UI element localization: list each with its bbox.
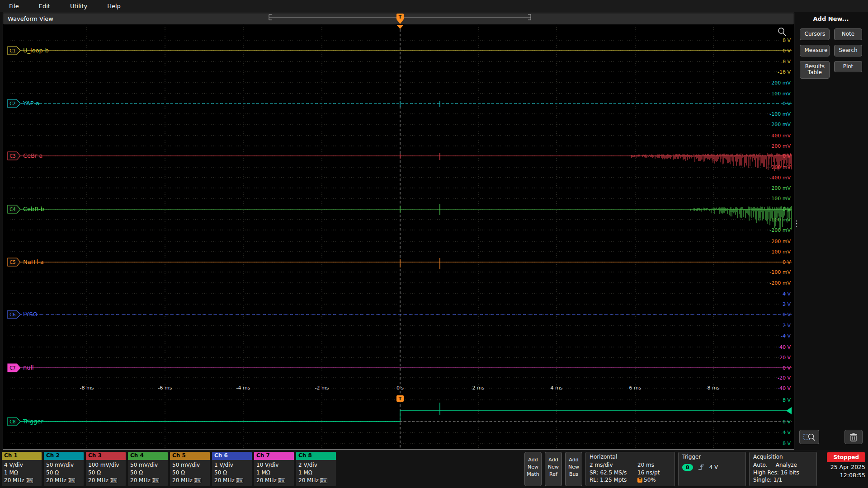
trigger-title: Trigger [682,454,742,460]
channel-label: Ch 2 [44,452,84,460]
horizontal-window: 20 ms [637,461,671,469]
channel-scale: 50 mV/div [172,461,210,469]
scale-label: 2 V [783,301,791,307]
trigger-overview-flag[interactable]: T [396,14,404,24]
bandwidth-limit-badge: Bw [152,478,159,483]
stopped-button[interactable]: Stopped [827,452,865,462]
add-new-math-button[interactable]: Add New Math [524,452,542,486]
scale-label: -40 V [778,385,791,391]
scale-label: -400 mV [769,175,791,181]
channel-impedance: 50 Ω [88,469,126,477]
settings-bar: Ch 1 4 V/div 1 MΩ 20 MHzBw Ch 2 50 mV/di… [0,450,868,488]
scale-label: 200 mV [771,185,791,191]
channel-impedance: 50 Ω [46,469,84,477]
add-new-button-grid: Cursors Note Measure Search Results Tabl… [797,28,865,79]
channel-label: Ch 3 [86,452,126,460]
scale-label: 100 mV [771,91,791,97]
channel-impedance: 50 Ω [130,469,168,477]
bandwidth-limit-badge: Bw [68,478,75,483]
run-status-block: Stopped 25 Apr 2025 12:08:55 [820,452,865,479]
svg-text:T: T [399,14,402,19]
scale-label: -200 mV [769,122,791,127]
channel-label: Ch 8 [296,452,336,460]
search-button[interactable]: Search [834,45,862,56]
date-label: 25 Apr 2025 [830,464,865,470]
scale-label: 100 mV [771,196,791,202]
waveform-view-panel: Waveform View T 8 V0 V-8 V-16 V200 mV100… [3,13,794,450]
scale-label: 8 V [783,38,791,43]
channel-config-ch7[interactable]: Ch 7 10 V/div 1 MΩ 20 MHzBw [254,452,294,486]
scale-label: 4 V [783,291,791,297]
rising-edge-icon [698,464,705,471]
channel-bandwidth: 20 MHz [4,477,24,483]
channel-config-ch2[interactable]: Ch 2 50 mV/div 50 Ω 20 MHzBw [44,452,84,486]
time-axis-label: 2 ms [472,385,485,391]
time-axis-label: -2 ms [315,385,329,391]
horizontal-scale: 2 ms/div [590,461,637,469]
scale-label: 20 V [779,355,791,361]
note-button[interactable]: Note [834,28,862,40]
svg-text:C2: C2 [9,101,15,106]
channel-label: Ch 6 [212,452,252,460]
channel-name-c2: YAP-a [23,100,39,107]
channel-impedance: 50 Ω [214,469,252,477]
acquisition-analyze: Analyze [776,461,797,469]
scale-label: 200 mV [771,239,791,244]
menu-utility[interactable]: Utility [70,3,87,9]
horizontal-title: Horizontal [590,454,671,460]
channel-label: Ch 4 [128,452,168,460]
waveform-plot[interactable]: 8 V0 V-8 V-16 V200 mV100 mV0 V-100 mV-20… [3,25,794,449]
menu-bar: File Edit Utility Help [0,0,868,12]
channel-impedance: 1 MΩ [256,469,294,477]
time-axis-label: 0 s [396,385,404,391]
channel-config-ch4[interactable]: Ch 4 50 mV/div 50 Ω 20 MHzBw [128,452,168,486]
measure-button[interactable]: Measure [800,45,830,56]
results-table-button[interactable]: Results Table [800,61,830,79]
cursors-button[interactable]: Cursors [800,28,830,40]
acquisition-cluster: Add New Math Add New Ref Add New Bus Hor… [524,452,865,486]
channel-scale: 50 mV/div [130,461,168,469]
waveform-view-header: Waveform View T [3,13,794,25]
channel-config-ch8[interactable]: Ch 8 2 V/div 1 MΩ 20 MHzBw [296,452,336,486]
svg-text:C6: C6 [9,312,15,317]
bandwidth-limit-badge: Bw [26,478,33,483]
bandwidth-limit-badge: Bw [110,478,117,483]
scale-label: 400 mV [771,133,791,139]
plot-button[interactable]: Plot [834,61,862,73]
trash-icon [849,432,858,441]
channel-bandwidth: 20 MHz [172,477,193,483]
panel-resize-grip[interactable]: ⋮ [793,220,796,228]
horizontal-panel[interactable]: Horizontal 2 ms/div 20 ms SR: 62.5 MS/s … [585,452,675,486]
scale-label: -100 mV [769,111,791,117]
record-overview-bar[interactable]: T [3,13,794,25]
acquisition-panel[interactable]: Acquisition Auto, Analyze High Res: 16 b… [749,452,817,486]
menu-help[interactable]: Help [107,3,121,9]
add-new-sidebar: Add New... Cursors Note Measure Search R… [797,13,865,450]
scale-label: -2 V [781,323,791,328]
menu-file[interactable]: File [9,3,19,9]
channel-scale: 2 V/div [298,461,336,469]
scale-label: -20 V [778,375,791,381]
add-new-ref-button[interactable]: Add New Ref [545,452,562,486]
scale-label: 40 V [779,344,791,350]
channel-impedance: 1 MΩ [4,469,42,477]
scale-label: -8 V [781,59,791,65]
channel-bandwidth: 20 MHz [130,477,151,483]
svg-text:T: T [399,396,402,401]
channel-bandwidth: 20 MHz [88,477,108,483]
channel-scale: 50 mV/div [46,461,84,469]
trash-button[interactable] [844,430,863,444]
add-new-bus-button[interactable]: Add New Bus [565,452,582,486]
channel-config-ch5[interactable]: Ch 5 50 mV/div 50 Ω 20 MHzBw [170,452,210,486]
svg-text:C8: C8 [9,419,15,424]
channel-config-ch6[interactable]: Ch 6 1 V/div 50 Ω 20 MHzBw [212,452,252,486]
channel-config-ch3[interactable]: Ch 3 100 mV/div 50 Ω 20 MHzBw [86,452,126,486]
menu-edit[interactable]: Edit [39,3,50,9]
time-axis-label: 6 ms [629,385,642,391]
scale-label: -4 V [781,430,791,436]
trigger-panel[interactable]: Trigger 8 4 V [678,452,746,486]
channel-name-c8: Trigger [23,418,43,425]
zoom-mode-button[interactable] [799,430,819,444]
channel-config-ch1[interactable]: Ch 1 4 V/div 1 MΩ 20 MHzBw [2,452,42,486]
channel-scale: 10 V/div [256,461,294,469]
